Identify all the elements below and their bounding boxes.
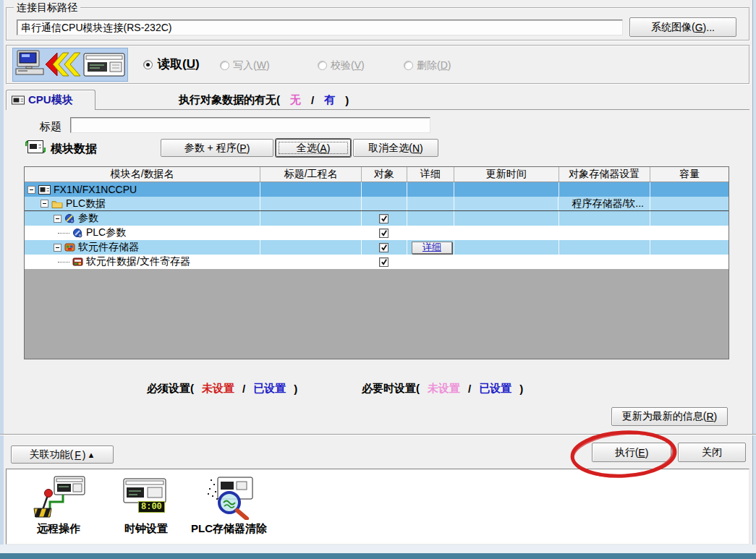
- related-functions-button[interactable]: 关联功能(F) ▲: [11, 445, 114, 464]
- tree-node-label: FX1N/FX1NCCPU: [54, 184, 137, 195]
- plc-memory-clear-icon: [202, 475, 257, 520]
- refresh-info-button[interactable]: 更新为最新的信息(R): [611, 407, 728, 426]
- tree-node-label: 参数: [78, 212, 98, 225]
- footer-separator: [0, 434, 756, 435]
- device-memory-icon: [64, 242, 75, 252]
- remote-operation-item[interactable]: 远程操作: [22, 475, 95, 536]
- optional-set-label: 已设置: [479, 382, 511, 396]
- plc-parameter-icon: [72, 228, 83, 238]
- check-icon: [381, 229, 388, 236]
- remote-operation-icon: [31, 475, 86, 520]
- delete-radio-label: 删除(D): [417, 59, 451, 72]
- check-icon: [381, 215, 388, 222]
- target-checkbox-checked[interactable]: [379, 214, 388, 223]
- col-update-time[interactable]: 更新时间: [454, 167, 559, 182]
- optional-setting-legend: 必要时设置( 未设置 / 已设置 ): [362, 382, 523, 396]
- table-row[interactable]: 参数: [25, 211, 729, 226]
- param-program-button[interactable]: 参数 + 程序(P): [161, 139, 273, 157]
- clock-setting-label: 时钟设置: [124, 522, 168, 536]
- exec-target-presence: 执行对象数据的有无( 无 / 有 ): [179, 93, 349, 107]
- window-border-bottom-inner: [0, 545, 756, 553]
- title-label: 标题: [40, 120, 61, 134]
- select-all-button[interactable]: 全选(A): [276, 139, 351, 157]
- connection-path-field[interactable]: 串行通信CPU模块连接(RS-232C): [17, 20, 623, 35]
- tree-node-label: 软元件数据/文件寄存器: [86, 255, 190, 268]
- mode-toolbar: 读取(U) 写入(W) 校验(V) 删除(D): [6, 45, 749, 84]
- tree-connector: [58, 233, 69, 234]
- write-radio: [220, 61, 229, 70]
- tree-connector: [58, 262, 69, 263]
- remote-operation-label: 远程操作: [37, 522, 80, 536]
- target-checkbox-checked[interactable]: [379, 229, 388, 238]
- presence-none-label: 无: [290, 93, 301, 107]
- read-radio-label[interactable]: 读取(U): [158, 56, 200, 72]
- collapse-icon[interactable]: [54, 215, 61, 223]
- required-not-set-label: 未设置: [202, 382, 234, 396]
- col-title-project[interactable]: 标题/工程名: [260, 167, 362, 182]
- window-border-right: [752, 0, 756, 559]
- delete-radio: [404, 61, 413, 70]
- system-image-button[interactable]: 系统图像(G)...: [629, 17, 736, 37]
- execute-button[interactable]: 执行(E): [592, 443, 671, 462]
- tab-strip-line: [6, 109, 749, 110]
- cpu-module-icon: [38, 185, 51, 195]
- tree-node-label: 软元件存储器: [78, 241, 139, 254]
- clock-setting-icon: [119, 475, 174, 520]
- optional-not-set-label: 未设置: [428, 382, 460, 396]
- required-setting-legend: 必须设置( 未设置 / 已设置 ): [147, 382, 297, 396]
- check-icon: [381, 244, 388, 251]
- parameter-icon: [64, 213, 75, 223]
- title-input[interactable]: [70, 117, 430, 133]
- col-detail[interactable]: 详细: [407, 167, 454, 182]
- clock-setting-item[interactable]: 8:00 时钟设置: [111, 475, 181, 536]
- target-checkbox-checked[interactable]: [379, 243, 388, 252]
- module-data-icon: [25, 138, 46, 155]
- col-module-name[interactable]: 模块名/数据名: [25, 167, 260, 182]
- device-data-icon: [72, 257, 83, 267]
- required-set-label: 已设置: [253, 382, 286, 396]
- connection-path-group: 连接目标路径 串行通信CPU模块连接(RS-232C) 系统图像(G)...: [6, 7, 749, 40]
- plc-memory-clear-item[interactable]: PLC存储器清除: [184, 475, 274, 536]
- table-row[interactable]: PLC参数: [25, 226, 729, 240]
- target-checkbox-checked[interactable]: [379, 257, 388, 267]
- collapse-icon[interactable]: [41, 200, 48, 208]
- memory-setting-value: 程序存储器/软...: [558, 197, 650, 210]
- tree-node-label: PLC参数: [86, 226, 126, 239]
- tree-node-label: PLC数据: [66, 197, 106, 210]
- table-row[interactable]: 软元件数据/文件寄存器: [25, 255, 729, 269]
- close-button[interactable]: 关闭: [678, 443, 746, 462]
- read-radio[interactable]: [143, 60, 153, 69]
- plc-memory-clear-label: PLC存储器清除: [191, 522, 267, 536]
- window-border-bottom: [0, 553, 756, 559]
- tab-cpu-module-label: CPU模块: [28, 93, 73, 107]
- deselect-all-button[interactable]: 取消全选(N): [353, 139, 438, 157]
- table-row[interactable]: FX1N/FX1NCCPU: [25, 182, 729, 197]
- write-radio-label: 写入(W): [233, 59, 270, 72]
- collapse-icon[interactable]: [27, 186, 35, 194]
- collapse-icon[interactable]: [54, 244, 61, 252]
- module-data-table: 模块名/数据名 标题/工程名 对象 详细 更新时间 对象存储器设置 容量 FX1…: [24, 166, 729, 359]
- table-header: 模块名/数据名 标题/工程名 对象 详细 更新时间 对象存储器设置 容量: [25, 167, 729, 182]
- connection-direction-graphic: [12, 48, 128, 82]
- check-icon: [381, 258, 388, 265]
- detail-button[interactable]: 详细: [412, 242, 452, 254]
- tab-cpu-module[interactable]: CPU模块: [6, 90, 95, 110]
- presence-has-label: 有: [324, 93, 335, 107]
- col-memory-setting[interactable]: 对象存储器设置: [559, 167, 651, 182]
- connection-path-group-label: 连接目标路径: [14, 1, 80, 14]
- clock-display: 8:00: [138, 501, 165, 513]
- plc-data-folder-icon: [51, 199, 63, 208]
- verify-radio-label: 校验(V): [331, 59, 365, 72]
- col-target[interactable]: 对象: [362, 167, 407, 182]
- module-data-label: 模块数据: [51, 142, 97, 157]
- verify-radio: [318, 61, 327, 70]
- cpu-module-icon: [12, 95, 25, 105]
- window-border-left: [0, 0, 4, 559]
- table-row[interactable]: PLC数据 程序存储器/软...: [25, 197, 729, 211]
- col-capacity[interactable]: 容量: [650, 167, 729, 182]
- related-functions-panel: 远程操作 8:00 时钟设置: [6, 469, 749, 545]
- pc-to-plc-read-icon: [13, 48, 127, 81]
- triangle-up-icon: ▲: [88, 451, 95, 459]
- table-row[interactable]: 软元件存储器 详细: [25, 240, 729, 255]
